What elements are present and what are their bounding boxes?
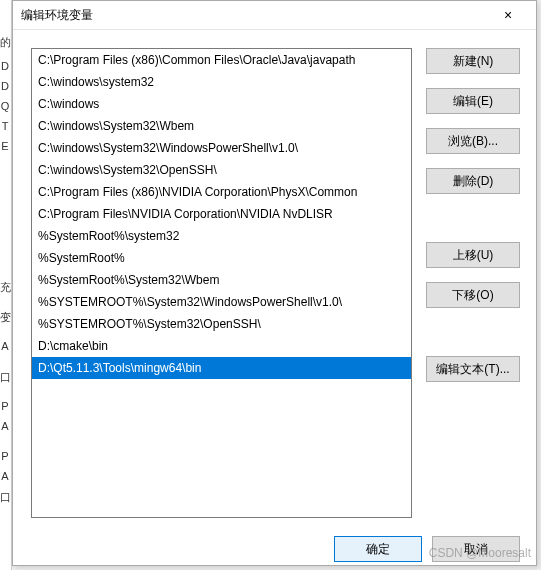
background-char: P bbox=[0, 400, 10, 412]
path-item[interactable]: C:\windows bbox=[32, 93, 411, 115]
path-item[interactable]: %SystemRoot%\system32 bbox=[32, 225, 411, 247]
background-char: D bbox=[0, 80, 10, 92]
new-button[interactable]: 新建(N) bbox=[426, 48, 520, 74]
delete-button[interactable]: 删除(D) bbox=[426, 168, 520, 194]
background-char: A bbox=[0, 420, 10, 432]
path-item[interactable]: %SYSTEMROOT%\System32\WindowsPowerShell\… bbox=[32, 291, 411, 313]
move-down-button[interactable]: 下移(O) bbox=[426, 282, 520, 308]
background-char: A bbox=[0, 470, 10, 482]
background-char: Q bbox=[0, 100, 10, 112]
path-item[interactable]: D:\Qt5.11.3\Tools\mingw64\bin bbox=[32, 357, 411, 379]
close-icon: × bbox=[504, 7, 512, 23]
move-up-button[interactable]: 上移(U) bbox=[426, 242, 520, 268]
path-item[interactable]: %SystemRoot%\System32\Wbem bbox=[32, 269, 411, 291]
background-char: 口 bbox=[0, 490, 10, 505]
dialog-title: 编辑环境变量 bbox=[21, 7, 488, 24]
background-char: 变 bbox=[0, 310, 10, 325]
dialog-footer: 确定 取消 bbox=[13, 528, 536, 570]
path-item[interactable]: D:\cmake\bin bbox=[32, 335, 411, 357]
edit-text-button[interactable]: 编辑文本(T)... bbox=[426, 356, 520, 382]
dialog-content: C:\Program Files (x86)\Common Files\Orac… bbox=[13, 30, 536, 528]
path-item[interactable]: C:\Program Files\NVIDIA Corporation\NVID… bbox=[32, 203, 411, 225]
background-char: D bbox=[0, 60, 10, 72]
path-item[interactable]: %SYSTEMROOT%\System32\OpenSSH\ bbox=[32, 313, 411, 335]
background-char: T bbox=[0, 120, 10, 132]
path-item[interactable]: C:\windows\system32 bbox=[32, 71, 411, 93]
background-char: 口 bbox=[0, 370, 10, 385]
path-item[interactable]: C:\windows\System32\Wbem bbox=[32, 115, 411, 137]
titlebar: 编辑环境变量 × bbox=[13, 1, 536, 30]
cancel-button[interactable]: 取消 bbox=[432, 536, 520, 562]
background-char: 充 bbox=[0, 280, 10, 295]
background-char: P bbox=[0, 450, 10, 462]
path-item[interactable]: C:\windows\System32\WindowsPowerShell\v1… bbox=[32, 137, 411, 159]
ok-button[interactable]: 确定 bbox=[334, 536, 422, 562]
edit-env-var-dialog: 编辑环境变量 × C:\Program Files (x86)\Common F… bbox=[12, 0, 537, 566]
background-char: 的 bbox=[0, 35, 10, 50]
background-char: A bbox=[0, 340, 10, 352]
path-listbox[interactable]: C:\Program Files (x86)\Common Files\Orac… bbox=[31, 48, 412, 518]
close-button[interactable]: × bbox=[488, 1, 528, 29]
edit-button[interactable]: 编辑(E) bbox=[426, 88, 520, 114]
path-item[interactable]: C:\windows\System32\OpenSSH\ bbox=[32, 159, 411, 181]
browse-button[interactable]: 浏览(B)... bbox=[426, 128, 520, 154]
path-item[interactable]: C:\Program Files (x86)\NVIDIA Corporatio… bbox=[32, 181, 411, 203]
background-char: E bbox=[0, 140, 10, 152]
path-item[interactable]: C:\Program Files (x86)\Common Files\Orac… bbox=[32, 49, 411, 71]
path-item[interactable]: %SystemRoot% bbox=[32, 247, 411, 269]
button-column: 新建(N) 编辑(E) 浏览(B)... 删除(D) 上移(U) 下移(O) 编… bbox=[426, 48, 520, 518]
